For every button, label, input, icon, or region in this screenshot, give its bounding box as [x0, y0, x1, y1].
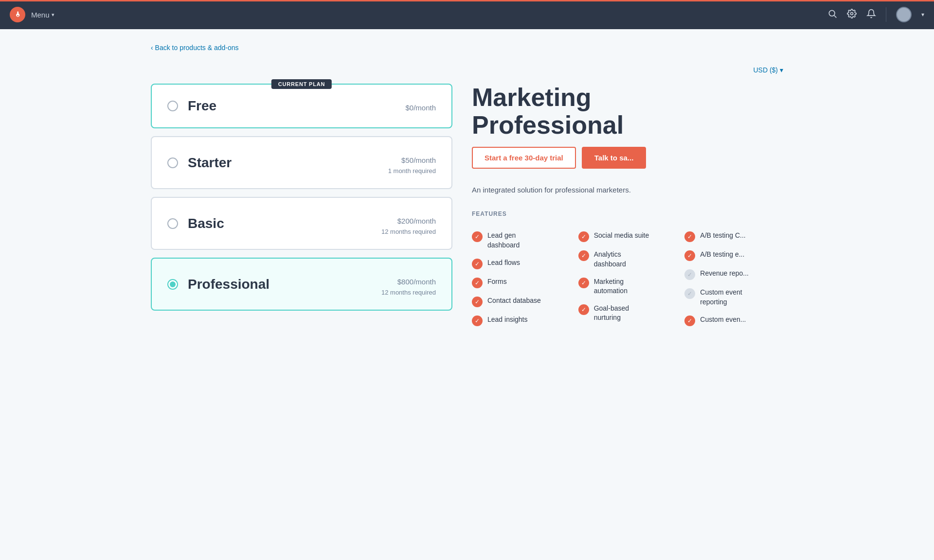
check-icon: ✓ [472, 231, 483, 242]
check-icon: ✓ [578, 250, 589, 261]
currency-row: USD ($) ▾ [151, 61, 783, 79]
feature-analytics: ✓ Analyticsdashboard [578, 246, 677, 273]
plan-price-basic: $200/month 12 months required [381, 211, 436, 235]
check-icon: ✓ [578, 278, 589, 288]
nav-divider [886, 7, 886, 22]
feature-text: Marketingautomation [594, 277, 628, 296]
top-navigation: Menu ▾ ▾ [0, 0, 934, 29]
feature-ab-testing-c: ✓ A/B testing C... [684, 227, 783, 246]
feature-ab-testing-e: ✓ A/B testing e... [684, 246, 783, 265]
plan-card-basic[interactable]: Basic $200/month 12 months required [151, 197, 452, 250]
plan-price-starter: $50/month 1 month required [388, 151, 436, 175]
page-content: ‹ Back to products & add-ons USD ($) ▾ C… [126, 29, 808, 330]
feature-custom-event-reporting: ✓ Custom eventreporting [684, 284, 783, 311]
feature-text: Social media suite [594, 231, 649, 241]
user-avatar[interactable] [896, 7, 912, 22]
feature-custom-even: ✓ Custom even... [684, 311, 783, 330]
plan-name-starter: Starter [188, 155, 232, 171]
nav-right: ▾ [827, 7, 924, 22]
radio-basic[interactable] [167, 218, 178, 229]
svg-point-2 [851, 12, 853, 15]
currency-selector[interactable]: USD ($) ▾ [753, 66, 783, 74]
feature-text: Custom even... [700, 315, 746, 325]
back-link[interactable]: ‹ Back to products & add-ons [151, 44, 239, 52]
starter-requirement: 1 month required [388, 167, 436, 175]
feature-text: Lead gendashboard [487, 231, 520, 250]
plan-card-free[interactable]: CURRENT PLAN Free $0/month [151, 84, 452, 128]
product-description: An integrated solution for professional … [472, 184, 783, 196]
plan-name-basic: Basic [188, 216, 224, 231]
check-icon-gray: ✓ [684, 288, 695, 299]
cta-row: Start a free 30-day trial Talk to sa... [472, 147, 783, 169]
check-icon: ✓ [578, 304, 589, 315]
features-column: Marketing Professional Start a free 30-d… [472, 84, 783, 330]
feature-goal-nurturing: ✓ Goal-basednurturing [578, 300, 677, 327]
check-icon-gray: ✓ [684, 269, 695, 280]
feature-marketing-auto: ✓ Marketingautomation [578, 273, 677, 300]
professional-requirement: 12 months required [381, 289, 436, 296]
feature-text: A/B testing e... [700, 250, 744, 260]
features-col-2: ✓ Social media suite ✓ Analyticsdashboar… [578, 227, 677, 330]
plan-name-professional: Professional [188, 277, 269, 292]
nav-left: Menu ▾ [10, 7, 54, 22]
features-label: FEATURES [472, 210, 783, 217]
check-icon: ✓ [578, 231, 589, 242]
feature-text: A/B testing C... [700, 231, 745, 241]
svg-line-1 [834, 15, 837, 18]
feature-lead-insights: ✓ Lead insights [472, 311, 571, 330]
trial-button[interactable]: Start a free 30-day trial [472, 147, 576, 169]
plan-price-free: $0/month [405, 98, 436, 114]
check-icon: ✓ [472, 278, 483, 288]
feature-text: Analyticsdashboard [594, 250, 626, 269]
feature-contact-db: ✓ Contact database [472, 292, 571, 311]
current-plan-badge: CURRENT PLAN [271, 79, 332, 89]
plan-price-professional: $800/month 12 months required [381, 272, 436, 296]
feature-text: Custom eventreporting [700, 288, 742, 307]
menu-button[interactable]: Menu ▾ [31, 11, 54, 19]
check-icon: ✓ [684, 315, 695, 326]
plan-name-free: Free [188, 98, 216, 114]
menu-chevron-icon: ▾ [52, 12, 54, 18]
radio-professional[interactable] [167, 279, 178, 290]
radio-free[interactable] [167, 101, 178, 111]
hubspot-logo[interactable] [10, 7, 25, 22]
feature-text: Revenue repo... [700, 269, 749, 279]
check-icon: ✓ [472, 259, 483, 269]
settings-icon[interactable] [847, 9, 857, 21]
features-col-3: ✓ A/B testing C... ✓ A/B testing e... ✓ … [684, 227, 783, 330]
plans-column: CURRENT PLAN Free $0/month Starter $50/m… [151, 84, 452, 330]
breadcrumb: ‹ Back to products & add-ons [151, 29, 783, 61]
avatar-inner [897, 8, 911, 21]
svg-point-0 [829, 10, 835, 16]
feature-social-media: ✓ Social media suite [578, 227, 677, 246]
features-grid: ✓ Lead gendashboard ✓ Lead flows ✓ Forms… [472, 227, 783, 330]
main-layout: CURRENT PLAN Free $0/month Starter $50/m… [151, 84, 783, 330]
feature-forms: ✓ Forms [472, 273, 571, 292]
check-icon: ✓ [472, 315, 483, 326]
features-col-1: ✓ Lead gendashboard ✓ Lead flows ✓ Forms… [472, 227, 571, 330]
feature-text: Lead insights [487, 315, 528, 325]
feature-revenue-reporting: ✓ Revenue repo... [684, 265, 783, 284]
feature-lead-flows: ✓ Lead flows [472, 254, 571, 273]
feature-text: Contact database [487, 296, 541, 306]
check-icon: ✓ [684, 231, 695, 242]
basic-requirement: 12 months required [381, 228, 436, 235]
currency-dropdown-icon: ▾ [780, 66, 783, 74]
feature-text: Lead flows [487, 258, 520, 268]
plan-card-starter[interactable]: Starter $50/month 1 month required [151, 136, 452, 189]
feature-text: Goal-basednurturing [594, 304, 629, 323]
search-icon[interactable] [827, 9, 837, 21]
feature-lead-gen: ✓ Lead gendashboard [472, 227, 571, 254]
talk-button[interactable]: Talk to sa... [582, 147, 647, 169]
check-icon: ✓ [472, 297, 483, 307]
radio-starter[interactable] [167, 158, 178, 168]
notifications-icon[interactable] [866, 9, 876, 21]
user-chevron-icon[interactable]: ▾ [921, 11, 924, 18]
check-icon: ✓ [684, 250, 695, 261]
plan-card-professional[interactable]: Professional $800/month 12 months requir… [151, 258, 452, 311]
feature-text: Forms [487, 277, 507, 287]
product-title: Marketing Professional [472, 84, 783, 139]
